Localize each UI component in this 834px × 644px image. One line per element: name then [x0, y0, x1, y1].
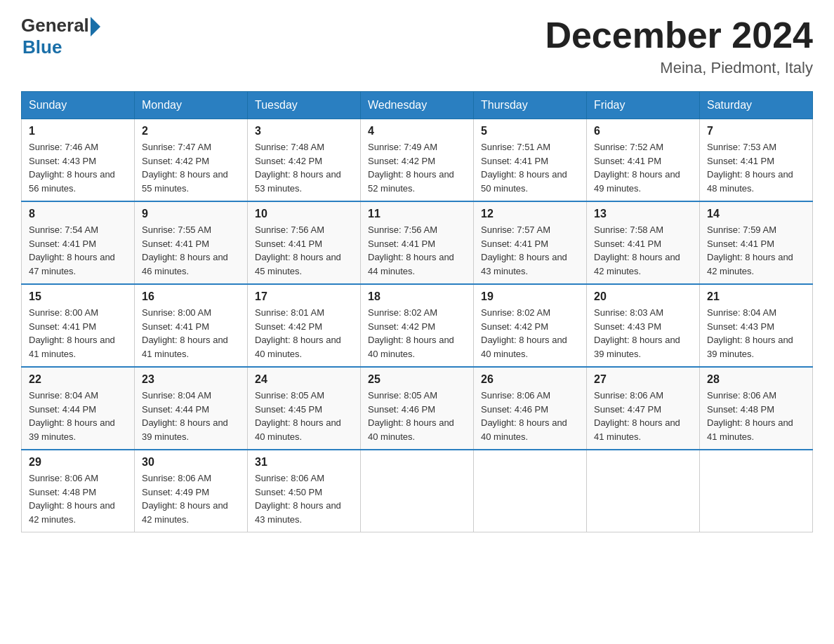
calendar-week-row: 1 Sunrise: 7:46 AMSunset: 4:43 PMDayligh… — [22, 119, 813, 202]
day-detail: Sunrise: 8:06 AMSunset: 4:50 PMDaylight:… — [255, 473, 341, 525]
day-detail: Sunrise: 8:06 AMSunset: 4:49 PMDaylight:… — [142, 473, 228, 525]
day-number: 1 — [29, 125, 127, 137]
day-detail: Sunrise: 7:48 AMSunset: 4:42 PMDaylight:… — [255, 142, 341, 194]
day-detail: Sunrise: 7:59 AMSunset: 4:41 PMDaylight:… — [707, 224, 793, 276]
page-header: General Blue December 2024 Meina, Piedmo… — [21, 14, 813, 77]
day-detail: Sunrise: 8:05 AMSunset: 4:45 PMDaylight:… — [255, 390, 341, 442]
day-detail: Sunrise: 8:03 AMSunset: 4:43 PMDaylight:… — [594, 307, 680, 359]
day-detail: Sunrise: 8:04 AMSunset: 4:43 PMDaylight:… — [707, 307, 793, 359]
calendar-header-friday: Friday — [587, 92, 700, 119]
day-detail: Sunrise: 7:57 AMSunset: 4:41 PMDaylight:… — [481, 224, 567, 276]
day-detail: Sunrise: 8:04 AMSunset: 4:44 PMDaylight:… — [142, 390, 228, 442]
day-number: 11 — [368, 208, 466, 220]
calendar-cell — [474, 450, 587, 532]
calendar-cell: 22 Sunrise: 8:04 AMSunset: 4:44 PMDaylig… — [22, 367, 135, 450]
logo-arrow-icon — [91, 17, 100, 36]
day-number: 23 — [142, 373, 240, 386]
day-number: 2 — [142, 125, 240, 137]
day-detail: Sunrise: 7:51 AMSunset: 4:41 PMDaylight:… — [481, 142, 567, 194]
calendar-cell: 18 Sunrise: 8:02 AMSunset: 4:42 PMDaylig… — [361, 284, 474, 367]
day-number: 28 — [707, 373, 805, 386]
day-number: 15 — [29, 290, 127, 303]
calendar-cell: 21 Sunrise: 8:04 AMSunset: 4:43 PMDaylig… — [700, 284, 813, 367]
calendar-cell: 20 Sunrise: 8:03 AMSunset: 4:43 PMDaylig… — [587, 284, 700, 367]
calendar-header-saturday: Saturday — [700, 92, 813, 119]
day-detail: Sunrise: 8:02 AMSunset: 4:42 PMDaylight:… — [481, 307, 567, 359]
calendar-header-tuesday: Tuesday — [248, 92, 361, 119]
day-number: 27 — [594, 373, 692, 386]
calendar-header-wednesday: Wednesday — [361, 92, 474, 119]
calendar-cell: 15 Sunrise: 8:00 AMSunset: 4:41 PMDaylig… — [22, 284, 135, 367]
day-number: 29 — [29, 456, 127, 469]
day-number: 10 — [255, 208, 353, 220]
calendar-cell: 9 Sunrise: 7:55 AMSunset: 4:41 PMDayligh… — [135, 201, 248, 284]
day-number: 12 — [481, 208, 579, 220]
calendar-cell: 5 Sunrise: 7:51 AMSunset: 4:41 PMDayligh… — [474, 119, 587, 202]
title-block: December 2024 Meina, Piedmont, Italy — [545, 14, 813, 77]
day-detail: Sunrise: 7:52 AMSunset: 4:41 PMDaylight:… — [594, 142, 680, 194]
calendar-cell: 28 Sunrise: 8:06 AMSunset: 4:48 PMDaylig… — [700, 367, 813, 450]
day-detail: Sunrise: 7:56 AMSunset: 4:41 PMDaylight:… — [368, 224, 454, 276]
calendar-cell — [700, 450, 813, 532]
day-number: 14 — [707, 208, 805, 220]
calendar-table: SundayMondayTuesdayWednesdayThursdayFrid… — [21, 91, 813, 532]
day-number: 4 — [368, 125, 466, 137]
day-number: 20 — [594, 290, 692, 303]
month-title: December 2024 — [545, 14, 813, 56]
calendar-cell: 11 Sunrise: 7:56 AMSunset: 4:41 PMDaylig… — [361, 201, 474, 284]
day-number: 24 — [255, 373, 353, 386]
day-detail: Sunrise: 8:02 AMSunset: 4:42 PMDaylight:… — [368, 307, 454, 359]
day-detail: Sunrise: 7:49 AMSunset: 4:42 PMDaylight:… — [368, 142, 454, 194]
calendar-cell: 24 Sunrise: 8:05 AMSunset: 4:45 PMDaylig… — [248, 367, 361, 450]
day-detail: Sunrise: 8:06 AMSunset: 4:46 PMDaylight:… — [481, 390, 567, 442]
calendar-cell: 13 Sunrise: 7:58 AMSunset: 4:41 PMDaylig… — [587, 201, 700, 284]
calendar-week-row: 22 Sunrise: 8:04 AMSunset: 4:44 PMDaylig… — [22, 367, 813, 450]
day-number: 6 — [594, 125, 692, 137]
day-number: 16 — [142, 290, 240, 303]
calendar-cell: 29 Sunrise: 8:06 AMSunset: 4:48 PMDaylig… — [22, 450, 135, 532]
day-detail: Sunrise: 8:06 AMSunset: 4:47 PMDaylight:… — [594, 390, 680, 442]
day-number: 3 — [255, 125, 353, 137]
day-detail: Sunrise: 7:54 AMSunset: 4:41 PMDaylight:… — [29, 224, 115, 276]
day-detail: Sunrise: 8:00 AMSunset: 4:41 PMDaylight:… — [29, 307, 115, 359]
calendar-header-monday: Monday — [135, 92, 248, 119]
calendar-cell: 31 Sunrise: 8:06 AMSunset: 4:50 PMDaylig… — [248, 450, 361, 532]
calendar-header-row: SundayMondayTuesdayWednesdayThursdayFrid… — [22, 92, 813, 119]
day-number: 25 — [368, 373, 466, 386]
calendar-week-row: 29 Sunrise: 8:06 AMSunset: 4:48 PMDaylig… — [22, 450, 813, 532]
calendar-cell: 26 Sunrise: 8:06 AMSunset: 4:46 PMDaylig… — [474, 367, 587, 450]
day-number: 9 — [142, 208, 240, 220]
day-number: 8 — [29, 208, 127, 220]
day-number: 22 — [29, 373, 127, 386]
calendar-cell: 16 Sunrise: 8:00 AMSunset: 4:41 PMDaylig… — [135, 284, 248, 367]
calendar-cell: 1 Sunrise: 7:46 AMSunset: 4:43 PMDayligh… — [22, 119, 135, 202]
calendar-cell: 14 Sunrise: 7:59 AMSunset: 4:41 PMDaylig… — [700, 201, 813, 284]
calendar-header-sunday: Sunday — [22, 92, 135, 119]
calendar-cell — [587, 450, 700, 532]
logo: General Blue — [21, 14, 100, 58]
calendar-week-row: 15 Sunrise: 8:00 AMSunset: 4:41 PMDaylig… — [22, 284, 813, 367]
day-detail: Sunrise: 7:47 AMSunset: 4:42 PMDaylight:… — [142, 142, 228, 194]
day-number: 21 — [707, 290, 805, 303]
calendar-cell: 7 Sunrise: 7:53 AMSunset: 4:41 PMDayligh… — [700, 119, 813, 202]
day-number: 17 — [255, 290, 353, 303]
location-subtitle: Meina, Piedmont, Italy — [545, 59, 813, 77]
day-number: 13 — [594, 208, 692, 220]
calendar-cell: 10 Sunrise: 7:56 AMSunset: 4:41 PMDaylig… — [248, 201, 361, 284]
day-number: 30 — [142, 456, 240, 469]
day-number: 19 — [481, 290, 579, 303]
day-detail: Sunrise: 8:04 AMSunset: 4:44 PMDaylight:… — [29, 390, 115, 442]
day-detail: Sunrise: 8:01 AMSunset: 4:42 PMDaylight:… — [255, 307, 341, 359]
calendar-header-thursday: Thursday — [474, 92, 587, 119]
calendar-cell: 4 Sunrise: 7:49 AMSunset: 4:42 PMDayligh… — [361, 119, 474, 202]
day-number: 26 — [481, 373, 579, 386]
day-detail: Sunrise: 7:56 AMSunset: 4:41 PMDaylight:… — [255, 224, 341, 276]
logo-blue-text: Blue — [22, 36, 62, 58]
day-detail: Sunrise: 7:58 AMSunset: 4:41 PMDaylight:… — [594, 224, 680, 276]
calendar-cell: 6 Sunrise: 7:52 AMSunset: 4:41 PMDayligh… — [587, 119, 700, 202]
day-detail: Sunrise: 7:46 AMSunset: 4:43 PMDaylight:… — [29, 142, 115, 194]
calendar-cell: 12 Sunrise: 7:57 AMSunset: 4:41 PMDaylig… — [474, 201, 587, 284]
calendar-week-row: 8 Sunrise: 7:54 AMSunset: 4:41 PMDayligh… — [22, 201, 813, 284]
day-number: 18 — [368, 290, 466, 303]
day-detail: Sunrise: 8:06 AMSunset: 4:48 PMDaylight:… — [707, 390, 793, 442]
